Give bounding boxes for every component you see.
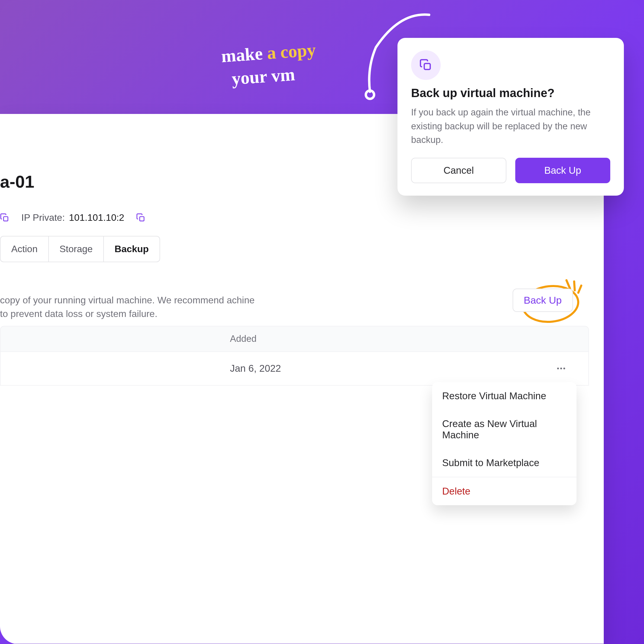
modal-icon-wrap [411,50,441,80]
menu-submit-marketplace[interactable]: Submit to Marketplace [432,449,577,477]
copy-icon [419,59,432,72]
svg-rect-2 [140,217,144,221]
annotation-word-highlight: a copy [266,40,316,63]
backup-description: copy of your running virtual machine. We… [0,293,257,321]
annotation-word: your vm [231,65,296,88]
tab-action[interactable]: Action [1,236,49,262]
row-actions-button[interactable] [555,362,568,375]
col-header-added: Added [230,334,257,344]
backup-table: Added Jan 6, 2022 [0,326,589,386]
backup-button[interactable]: Back Up [513,289,573,312]
svg-rect-7 [424,64,430,70]
modal-confirm-button[interactable]: Back Up [515,158,611,183]
svg-rect-1 [4,217,8,221]
row-actions-menu: Restore Virtual Machine Create as New Vi… [432,382,577,505]
menu-restore-vm[interactable]: Restore Virtual Machine [432,382,577,410]
menu-create-new-vm[interactable]: Create as New Virtual Machine [432,410,577,449]
copy-icon[interactable] [136,213,146,223]
handwritten-annotation: make a copy your vm [222,41,317,88]
modal-cancel-button[interactable]: Cancel [411,158,506,183]
table-row: Jan 6, 2022 [0,352,589,386]
ip-row: IP Private: 101.101.10:2 [0,212,146,223]
more-horizontal-icon [556,363,566,374]
svg-point-6 [563,368,565,369]
annotation-word: make [220,44,263,66]
ip-private-value: 101.101.10:2 [69,212,124,223]
vm-title: a-01 [0,172,34,191]
menu-delete[interactable]: Delete [432,477,577,505]
modal-actions: Cancel Back Up [411,158,610,183]
modal-title: Back up virtual machine? [411,86,610,100]
svg-point-4 [557,368,559,369]
cell-added: Jan 6, 2022 [230,363,281,374]
table-header: Added [0,326,589,352]
backup-confirm-modal: Back up virtual machine? If you back up … [397,38,624,196]
tab-storage[interactable]: Storage [49,236,104,262]
modal-body: If you back up again the virtual machine… [411,106,610,147]
ip-private-label: IP Private: [21,212,65,223]
tab-row: Action Storage Backup [0,236,160,262]
svg-point-5 [560,368,562,369]
copy-icon[interactable] [0,213,9,223]
tab-backup[interactable]: Backup [104,236,160,262]
